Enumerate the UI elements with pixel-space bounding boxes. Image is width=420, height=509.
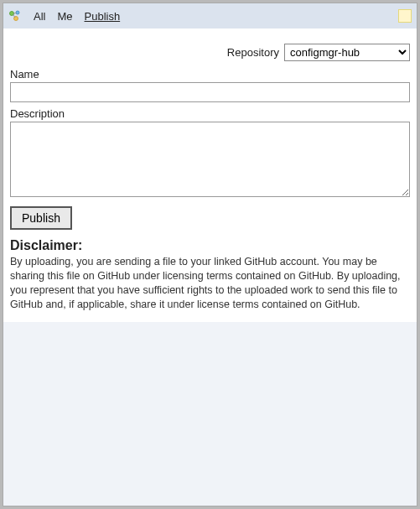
disclaimer-heading: Disclaimer:	[10, 238, 410, 253]
disclaimer-body: By uploading, you are sending a file to …	[10, 255, 410, 312]
tab-me[interactable]: Me	[57, 10, 72, 23]
content-area: Repository configmgr-hub Name Descriptio…	[3, 29, 417, 322]
repository-label: Repository	[227, 46, 279, 59]
bottom-filler	[3, 322, 417, 506]
repository-row: Repository configmgr-hub	[10, 44, 410, 61]
publish-button[interactable]: Publish	[10, 206, 72, 230]
tab-all[interactable]: All	[34, 10, 45, 23]
svg-line-4	[13, 13, 17, 14]
description-textarea[interactable]	[10, 122, 410, 197]
toolbar-right-icon[interactable]	[398, 9, 412, 23]
description-label: Description	[10, 107, 410, 120]
publish-window: All Me Publish Repository configmgr-hub …	[3, 3, 417, 506]
toolbar: All Me Publish	[3, 3, 417, 29]
name-label: Name	[10, 68, 410, 81]
svg-point-1	[16, 11, 19, 14]
app-icon	[8, 9, 22, 23]
name-input[interactable]	[10, 82, 410, 102]
tab-publish[interactable]: Publish	[85, 10, 121, 23]
repository-select[interactable]: configmgr-hub	[284, 44, 410, 61]
